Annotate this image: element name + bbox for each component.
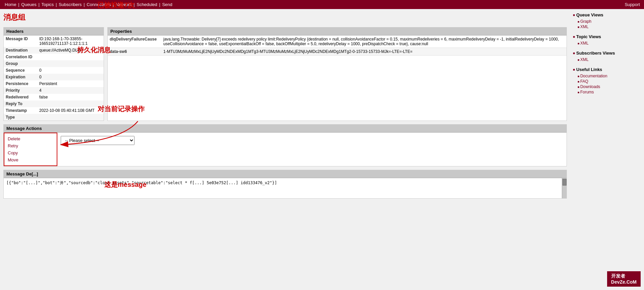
nav-support[interactable]: Support	[625, 2, 640, 7]
header-row: Redeliveredfalse	[4, 94, 104, 100]
property-value: 1-MTU3MzMuMzMxLjE2NjUyMDc2NDExMDg1MTg3-M…	[161, 48, 567, 56]
sidebar-forums[interactable]: Forums	[573, 89, 635, 95]
property-key: dlqDeliveryFailureCause	[108, 35, 161, 48]
header-label: Destination	[4, 47, 37, 54]
header-value: queue://ActiveMQ.DLQ	[37, 47, 104, 54]
sidebar-queue-views: Queue Views Graph XML	[573, 12, 635, 29]
header-label: Reply To	[4, 100, 37, 107]
header-value	[37, 114, 104, 121]
message-details-body: [{"bo":"[...]","bot":"并","sourcedb":"clo…	[4, 178, 562, 198]
header-row: Priority4	[4, 87, 104, 94]
sidebar-queue-graph[interactable]: Graph	[573, 19, 635, 24]
sidebar-documentation[interactable]: Documentation	[573, 73, 635, 79]
action-link-copy[interactable]: Copy	[8, 149, 53, 156]
nav-queues[interactable]: Queues	[21, 2, 37, 7]
header-row: PersistencePersistent	[4, 80, 104, 87]
copy-destination-select[interactable]: -- Please select --	[61, 136, 135, 145]
header-value: Persistent	[37, 80, 104, 87]
header-row: Sequence0	[4, 67, 104, 74]
action-link-move[interactable]: Move	[8, 156, 53, 163]
message-details-scroll-container: [{"bo":"[...]","bot":"并","sourcedb":"clo…	[4, 178, 567, 198]
action-link-retry[interactable]: Retry	[8, 142, 53, 149]
nav-scheduled[interactable]: Scheduled	[137, 2, 157, 7]
nav-connections[interactable]: Connections	[87, 2, 111, 7]
headers-title: Headers	[4, 27, 104, 35]
header-row: Correlation ID	[4, 54, 104, 60]
sidebar-queue-views-title: Queue Views	[573, 12, 635, 17]
content-area: 消息组 已被投递7次 Headers Message IDID:192-168-…	[0, 9, 570, 205]
property-key: data-sw6	[108, 48, 161, 56]
property-row: data-sw61-MTU3MzMuMzMxLjE2NjUyMDc2NDExMD…	[108, 48, 567, 56]
header-row: Expiration0	[4, 74, 104, 80]
sidebar-subscribers-xml[interactable]: XML	[573, 57, 635, 62]
actions-links: DeleteRetryCopyMove	[4, 133, 57, 166]
header-label: Redelivered	[4, 94, 37, 100]
header-value: 2022-10-08 05:40:41:108 GMT	[37, 107, 104, 114]
page-title: 消息组	[3, 13, 25, 21]
header-value: ID:192-168-1-70-33855-1665192711137-1:12…	[37, 35, 104, 47]
sidebar-topic-xml[interactable]: XML	[573, 41, 635, 46]
header-row: Reply To	[4, 100, 104, 107]
nav-links[interactable]: Home | Queues | Topics | Subscribers | C…	[4, 2, 173, 7]
header-value: 4	[37, 87, 104, 94]
nav-home[interactable]: Home	[5, 2, 16, 7]
nav-subscribers[interactable]: Subscribers	[59, 2, 82, 7]
sidebar: Queue Views Graph XML Topic Views XML Su…	[570, 9, 637, 205]
message-actions-title: Message Actions	[4, 125, 567, 133]
scroll-bar[interactable]	[562, 178, 567, 198]
properties-box: Properties dlqDeliveryFailureCausejava.l…	[107, 27, 567, 121]
header-row: Message IDID:192-168-1-70-33855-16651927…	[4, 35, 104, 47]
header-label: Sequence	[4, 67, 37, 74]
headers-props-row: Headers Message IDID:192-168-1-70-33855-…	[3, 27, 567, 121]
header-value	[37, 100, 104, 107]
scroll-thumb[interactable]	[562, 179, 567, 186]
actions-select-area: -- Please select --	[57, 133, 138, 166]
header-value: 0	[37, 74, 104, 80]
nav-network[interactable]: Network	[116, 2, 132, 7]
sidebar-useful-links: Useful Links Documentation FAQ Downloads…	[573, 67, 635, 95]
header-label: Expiration	[4, 74, 37, 80]
properties-title: Properties	[108, 27, 567, 35]
actions-body: DeleteRetryCopyMove -- Please select --	[4, 133, 567, 166]
headers-table: Message IDID:192-168-1-70-33855-16651927…	[4, 35, 104, 121]
nav-topics[interactable]: Topics	[41, 2, 54, 7]
sidebar-downloads[interactable]: Downloads	[573, 84, 635, 89]
top-nav: Home | Queues | Topics | Subscribers | C…	[0, 0, 644, 9]
message-details-box: Message De[...] [{"bo":"[...]","bot":"并"…	[3, 170, 567, 199]
header-value: 0	[37, 67, 104, 74]
sidebar-queue-xml[interactable]: XML	[573, 24, 635, 29]
header-value: false	[37, 94, 104, 100]
header-label: Correlation ID	[4, 54, 37, 60]
page-title-area: 消息组 已被投递7次	[3, 12, 567, 26]
header-label: Timestamp	[4, 107, 37, 114]
action-link-delete[interactable]: Delete	[8, 135, 53, 142]
message-actions-box: Message Actions DeleteRetryCopyMove -- P…	[3, 124, 567, 166]
sidebar-faq[interactable]: FAQ	[573, 79, 635, 84]
property-row: dlqDeliveryFailureCausejava.lang.Throwab…	[108, 35, 567, 48]
sidebar-subscribers-views: Subscribers Views XML	[573, 51, 635, 62]
property-value: java.lang.Throwable: Delivery[7] exceeds…	[161, 35, 567, 48]
headers-box: Headers Message IDID:192-168-1-70-33855-…	[3, 27, 104, 121]
header-row: Destinationqueue://ActiveMQ.DLQ	[4, 47, 104, 54]
header-label: Priority	[4, 87, 37, 94]
header-label: Group	[4, 60, 37, 67]
message-details-title: Message De[...]	[4, 170, 567, 178]
header-row: Type	[4, 114, 104, 121]
sidebar-topic-views: Topic Views XML	[573, 34, 635, 46]
header-value	[37, 60, 104, 67]
sidebar-topic-views-title: Topic Views	[573, 34, 635, 39]
sidebar-useful-links-title: Useful Links	[573, 67, 635, 72]
header-row: Timestamp2022-10-08 05:40:41:108 GMT	[4, 107, 104, 114]
header-value	[37, 54, 104, 60]
header-label: Message ID	[4, 35, 37, 47]
header-label: Type	[4, 114, 37, 121]
nav-send[interactable]: Send	[162, 2, 172, 7]
header-row: Group	[4, 60, 104, 67]
sidebar-subscribers-views-title: Subscribers Views	[573, 51, 635, 56]
header-label: Persistence	[4, 80, 37, 87]
properties-table: dlqDeliveryFailureCausejava.lang.Throwab…	[108, 35, 567, 56]
